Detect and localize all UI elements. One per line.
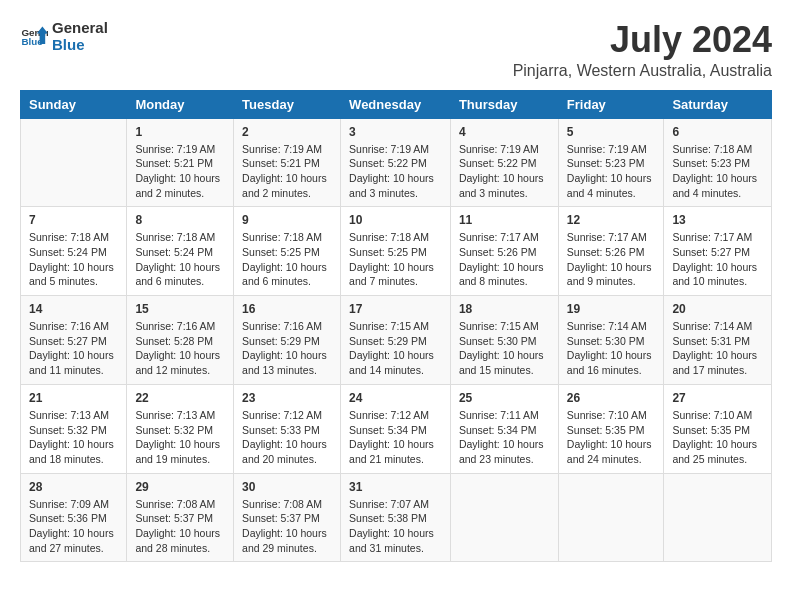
day-number: 28	[29, 480, 118, 494]
day-number: 27	[672, 391, 763, 405]
calendar-cell	[450, 473, 558, 562]
day-number: 3	[349, 125, 442, 139]
logo-general: General	[52, 20, 108, 37]
day-number: 15	[135, 302, 225, 316]
calendar-week-row: 1Sunrise: 7:19 AMSunset: 5:21 PMDaylight…	[21, 118, 772, 207]
day-info: Sunrise: 7:14 AMSunset: 5:31 PMDaylight:…	[672, 319, 763, 378]
day-info: Sunrise: 7:11 AMSunset: 5:34 PMDaylight:…	[459, 408, 550, 467]
day-number: 7	[29, 213, 118, 227]
day-number: 21	[29, 391, 118, 405]
calendar-week-row: 7Sunrise: 7:18 AMSunset: 5:24 PMDaylight…	[21, 207, 772, 296]
col-header-saturday: Saturday	[664, 90, 772, 118]
calendar-cell: 11Sunrise: 7:17 AMSunset: 5:26 PMDayligh…	[450, 207, 558, 296]
day-number: 4	[459, 125, 550, 139]
day-number: 12	[567, 213, 656, 227]
logo-icon: General Blue	[20, 23, 48, 51]
calendar-header-row: SundayMondayTuesdayWednesdayThursdayFrid…	[21, 90, 772, 118]
calendar-cell	[21, 118, 127, 207]
calendar-cell: 25Sunrise: 7:11 AMSunset: 5:34 PMDayligh…	[450, 384, 558, 473]
day-info: Sunrise: 7:15 AMSunset: 5:30 PMDaylight:…	[459, 319, 550, 378]
location-subtitle: Pinjarra, Western Australia, Australia	[513, 62, 772, 80]
day-info: Sunrise: 7:08 AMSunset: 5:37 PMDaylight:…	[135, 497, 225, 556]
calendar-cell: 31Sunrise: 7:07 AMSunset: 5:38 PMDayligh…	[341, 473, 451, 562]
calendar-cell: 23Sunrise: 7:12 AMSunset: 5:33 PMDayligh…	[234, 384, 341, 473]
day-number: 13	[672, 213, 763, 227]
col-header-friday: Friday	[558, 90, 664, 118]
day-info: Sunrise: 7:13 AMSunset: 5:32 PMDaylight:…	[135, 408, 225, 467]
day-number: 16	[242, 302, 332, 316]
day-info: Sunrise: 7:07 AMSunset: 5:38 PMDaylight:…	[349, 497, 442, 556]
day-info: Sunrise: 7:18 AMSunset: 5:25 PMDaylight:…	[349, 230, 442, 289]
day-info: Sunrise: 7:17 AMSunset: 5:27 PMDaylight:…	[672, 230, 763, 289]
day-number: 11	[459, 213, 550, 227]
day-number: 22	[135, 391, 225, 405]
calendar-cell: 20Sunrise: 7:14 AMSunset: 5:31 PMDayligh…	[664, 296, 772, 385]
col-header-wednesday: Wednesday	[341, 90, 451, 118]
calendar-cell: 2Sunrise: 7:19 AMSunset: 5:21 PMDaylight…	[234, 118, 341, 207]
calendar-cell: 16Sunrise: 7:16 AMSunset: 5:29 PMDayligh…	[234, 296, 341, 385]
title-block: July 2024 Pinjarra, Western Australia, A…	[513, 20, 772, 80]
month-title: July 2024	[513, 20, 772, 60]
logo: General Blue General Blue	[20, 20, 108, 53]
day-info: Sunrise: 7:18 AMSunset: 5:24 PMDaylight:…	[29, 230, 118, 289]
day-number: 1	[135, 125, 225, 139]
col-header-monday: Monday	[127, 90, 234, 118]
calendar-cell: 29Sunrise: 7:08 AMSunset: 5:37 PMDayligh…	[127, 473, 234, 562]
day-number: 26	[567, 391, 656, 405]
day-info: Sunrise: 7:15 AMSunset: 5:29 PMDaylight:…	[349, 319, 442, 378]
day-number: 19	[567, 302, 656, 316]
calendar-cell	[664, 473, 772, 562]
calendar-cell: 27Sunrise: 7:10 AMSunset: 5:35 PMDayligh…	[664, 384, 772, 473]
calendar-cell: 9Sunrise: 7:18 AMSunset: 5:25 PMDaylight…	[234, 207, 341, 296]
calendar-cell: 13Sunrise: 7:17 AMSunset: 5:27 PMDayligh…	[664, 207, 772, 296]
day-info: Sunrise: 7:17 AMSunset: 5:26 PMDaylight:…	[459, 230, 550, 289]
calendar-cell: 22Sunrise: 7:13 AMSunset: 5:32 PMDayligh…	[127, 384, 234, 473]
day-info: Sunrise: 7:19 AMSunset: 5:22 PMDaylight:…	[459, 142, 550, 201]
day-info: Sunrise: 7:14 AMSunset: 5:30 PMDaylight:…	[567, 319, 656, 378]
day-number: 17	[349, 302, 442, 316]
logo-blue: Blue	[52, 37, 108, 54]
calendar-cell: 5Sunrise: 7:19 AMSunset: 5:23 PMDaylight…	[558, 118, 664, 207]
day-number: 6	[672, 125, 763, 139]
day-info: Sunrise: 7:12 AMSunset: 5:33 PMDaylight:…	[242, 408, 332, 467]
day-info: Sunrise: 7:19 AMSunset: 5:21 PMDaylight:…	[135, 142, 225, 201]
day-number: 29	[135, 480, 225, 494]
calendar-cell: 6Sunrise: 7:18 AMSunset: 5:23 PMDaylight…	[664, 118, 772, 207]
calendar-cell: 3Sunrise: 7:19 AMSunset: 5:22 PMDaylight…	[341, 118, 451, 207]
day-info: Sunrise: 7:18 AMSunset: 5:23 PMDaylight:…	[672, 142, 763, 201]
calendar-cell: 15Sunrise: 7:16 AMSunset: 5:28 PMDayligh…	[127, 296, 234, 385]
day-number: 5	[567, 125, 656, 139]
day-info: Sunrise: 7:19 AMSunset: 5:23 PMDaylight:…	[567, 142, 656, 201]
day-info: Sunrise: 7:16 AMSunset: 5:28 PMDaylight:…	[135, 319, 225, 378]
col-header-sunday: Sunday	[21, 90, 127, 118]
calendar-cell: 1Sunrise: 7:19 AMSunset: 5:21 PMDaylight…	[127, 118, 234, 207]
page-header: General Blue General Blue July 2024 Pinj…	[20, 20, 772, 80]
day-number: 30	[242, 480, 332, 494]
day-number: 23	[242, 391, 332, 405]
calendar-week-row: 21Sunrise: 7:13 AMSunset: 5:32 PMDayligh…	[21, 384, 772, 473]
day-info: Sunrise: 7:08 AMSunset: 5:37 PMDaylight:…	[242, 497, 332, 556]
calendar-table: SundayMondayTuesdayWednesdayThursdayFrid…	[20, 90, 772, 563]
calendar-cell: 21Sunrise: 7:13 AMSunset: 5:32 PMDayligh…	[21, 384, 127, 473]
calendar-cell: 14Sunrise: 7:16 AMSunset: 5:27 PMDayligh…	[21, 296, 127, 385]
day-number: 20	[672, 302, 763, 316]
day-info: Sunrise: 7:12 AMSunset: 5:34 PMDaylight:…	[349, 408, 442, 467]
day-number: 9	[242, 213, 332, 227]
calendar-cell: 24Sunrise: 7:12 AMSunset: 5:34 PMDayligh…	[341, 384, 451, 473]
day-info: Sunrise: 7:18 AMSunset: 5:24 PMDaylight:…	[135, 230, 225, 289]
col-header-tuesday: Tuesday	[234, 90, 341, 118]
calendar-cell: 12Sunrise: 7:17 AMSunset: 5:26 PMDayligh…	[558, 207, 664, 296]
calendar-week-row: 14Sunrise: 7:16 AMSunset: 5:27 PMDayligh…	[21, 296, 772, 385]
day-number: 14	[29, 302, 118, 316]
day-info: Sunrise: 7:16 AMSunset: 5:29 PMDaylight:…	[242, 319, 332, 378]
calendar-cell: 19Sunrise: 7:14 AMSunset: 5:30 PMDayligh…	[558, 296, 664, 385]
day-info: Sunrise: 7:17 AMSunset: 5:26 PMDaylight:…	[567, 230, 656, 289]
day-info: Sunrise: 7:16 AMSunset: 5:27 PMDaylight:…	[29, 319, 118, 378]
day-info: Sunrise: 7:19 AMSunset: 5:21 PMDaylight:…	[242, 142, 332, 201]
day-info: Sunrise: 7:13 AMSunset: 5:32 PMDaylight:…	[29, 408, 118, 467]
calendar-cell: 30Sunrise: 7:08 AMSunset: 5:37 PMDayligh…	[234, 473, 341, 562]
calendar-cell: 18Sunrise: 7:15 AMSunset: 5:30 PMDayligh…	[450, 296, 558, 385]
day-number: 24	[349, 391, 442, 405]
day-info: Sunrise: 7:18 AMSunset: 5:25 PMDaylight:…	[242, 230, 332, 289]
day-number: 25	[459, 391, 550, 405]
